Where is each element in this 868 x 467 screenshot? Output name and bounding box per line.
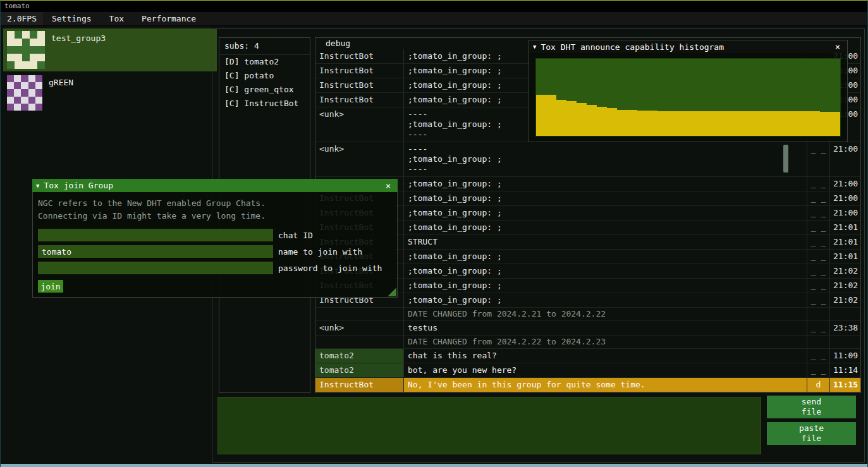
window-bottom-edge [1,464,867,467]
group-sidebar: test_group3 gREEN [3,28,217,116]
histogram-bar [790,111,800,136]
message-status: _ _ [807,293,830,307]
menu-settings[interactable]: Settings [43,12,101,26]
message-status: _ _ [807,363,830,377]
member-item[interactable]: [C] green_qtox [219,83,310,97]
message-time: 21:00 [830,191,860,205]
message-sender: tomato2 [315,363,404,377]
join-window-titlebar[interactable]: ▼ Tox join Group × [32,179,398,192]
group-avatar [7,31,45,69]
message-time: 21:01 [830,250,860,264]
message-time: 21:02 [830,264,860,278]
message-row: tomato2 chat is this real? _ _ 11:09 [315,349,860,363]
histogram-bar [566,101,577,136]
histogram-bar [617,110,627,136]
join-password-input[interactable] [38,262,273,274]
collapse-arrow-icon[interactable]: ▼ [36,183,39,189]
histogram-bar [749,111,759,136]
message-status: d [807,378,830,392]
histogram-bar [536,95,546,136]
message-row: DATE CHANGED from 2024.2.21 to 2024.2.22 [315,308,860,321]
menu-bar: 2.0FPS Settings Tox Performance [1,12,867,26]
message-time: 21:00 [830,177,860,191]
histogram-window-titlebar[interactable]: ▼ Tox DHT announce capability histogram … [529,40,848,53]
group-row-green[interactable]: gREEN [3,73,217,114]
window-titlebar[interactable]: tomato [1,1,867,12]
histogram-bar [668,111,678,136]
message-time [830,336,860,348]
join-name-input[interactable] [38,245,273,258]
histogram-bar [587,105,597,136]
join-info-line: NGC refers to the New DHT enabled Group … [38,197,392,210]
window-title: tomato [4,2,30,10]
group-name: test_group3 [51,33,106,43]
close-icon[interactable]: × [832,42,843,52]
message-sender [315,336,404,348]
message-input[interactable] [217,397,761,454]
message-status: _ _ [807,191,830,205]
message-row: InstructBot No, I've been in this group … [315,378,860,392]
message-row: tomato2 bot, are you new here? _ _ 11:14 [315,363,860,378]
join-password-label: password to join with [278,264,382,273]
message-sender [315,308,404,320]
chat-id-input[interactable] [38,229,273,241]
message-text: ;tomato_in_group: ; [404,177,807,191]
histogram-bar [729,111,739,136]
histogram-bar [699,111,709,136]
message-text: testus [404,321,807,335]
message-text: bot, are you new here? [404,363,807,377]
group-name: gREEN [49,78,73,87]
message-status [807,336,830,348]
message-text: ;tomato_in_group: ; [404,206,807,220]
histogram-bar [546,95,556,136]
histogram-bar [769,111,779,136]
message-sender: InstructBot [315,93,404,107]
paste-file-button[interactable]: paste file [767,422,856,445]
member-item[interactable]: [C] InstructBot [219,97,310,111]
member-item[interactable]: [C] potato [219,69,310,83]
message-time: 11:14 [830,363,860,377]
group-row-test_group3[interactable]: test_group3 [3,28,217,71]
message-time: 21:01 [830,221,860,234]
histogram-window-body [529,53,848,142]
message-sender: InstructBot [315,49,404,63]
message-status: _ _ [807,206,830,220]
message-status: _ _ [807,250,830,264]
message-status: _ _ [807,279,830,293]
message-text: ---- ;tomato_in_group: ; ---- [404,142,807,176]
histogram-window-title: Tox DHT announce capability histogram [541,42,832,52]
histogram-bar [759,111,769,136]
message-time: 21:02 [830,293,860,307]
member-item[interactable]: [D] tomato2 [219,55,310,69]
collapse-arrow-icon[interactable]: ▼ [533,44,536,50]
join-button[interactable]: join [38,280,63,293]
message-sender: InstructBot [315,378,404,392]
histogram-bar [739,111,749,136]
menu-tox[interactable]: Tox [101,12,133,26]
chat-id-label: chat ID [278,231,313,240]
dht-histogram-window: ▼ Tox DHT announce capability histogram … [529,40,848,142]
message-sender: InstructBot [315,64,404,78]
histogram-bar [800,111,810,136]
histogram-plot [535,58,841,136]
message-time: 11:15 [830,378,860,392]
message-time: 21:02 [830,279,860,293]
message-text: chat is this real? [404,349,807,363]
resize-grip[interactable] [386,286,396,296]
message-row: <unk> testus _ _ 23:38 [315,321,860,336]
message-row: <unk> ---- ;tomato_in_group: ; ---- _ _ … [315,142,860,177]
histogram-bar [820,112,830,136]
message-status: _ _ [807,235,830,249]
send-file-button[interactable]: send file [767,396,856,418]
message-sender: <unk> [315,107,404,142]
histogram-bar [779,111,790,136]
message-time: 11:09 [830,349,860,363]
histogram-bar [688,111,698,136]
menu-performance[interactable]: Performance [133,12,205,26]
close-icon[interactable]: × [382,181,394,191]
join-name-label: name to join with [278,247,362,257]
chat-scrollbar-thumb[interactable] [783,145,788,173]
message-sender: <unk> [315,321,404,335]
message-text: DATE CHANGED from 2024.2.21 to 2024.2.22 [404,308,807,320]
message-status: _ _ [807,177,830,191]
